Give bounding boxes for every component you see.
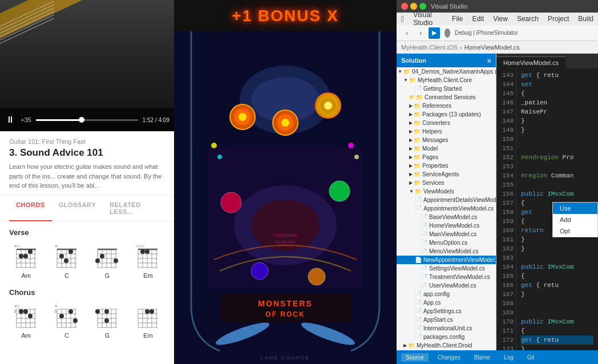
tree-label: Converters [422,120,450,126]
code-line: #region Comman [521,171,593,180]
tree-item[interactable]: 📄InternationalUnit.cs [397,324,496,333]
tree-item[interactable]: 📄NewAppointmentViewModel.cs [397,256,496,264]
bottom-tab-git[interactable]: Git [523,353,539,362]
tree-item[interactable]: 📄MenuOption.cs [397,238,496,247]
menu-project[interactable]: Project [548,15,569,23]
svg-text:LANE CHANGE: LANE CHANGE [261,355,310,361]
tree-item[interactable]: 📄AppointmentsViewModel.cs [397,204,496,213]
solution-tree: ▼ 📁 04_Demos_NativeXamarinApps (master) … [397,67,496,350]
file-icon: 📄 [421,231,427,237]
tree-item[interactable]: ▶📁MyHealth.Client.Droid [397,341,496,350]
tree-item[interactable]: 📄MainViewModel.cs [397,230,496,238]
tree-item[interactable]: 📄BaseViewModel.cs [397,213,496,221]
tree-item[interactable]: ▶📁Helpers [397,127,496,136]
tree-item[interactable]: 📄AppSettings.cs [397,307,496,316]
skip-forward-button[interactable]: +35 [21,116,31,123]
tree-item[interactable]: 📄packages.config [397,333,496,341]
lesson-subtitle: Guitar 101: First Thing Fast [9,138,165,145]
line-number: 143 [496,71,514,80]
context-menu-use[interactable]: Use [553,203,597,214]
video-progress-bar[interactable] [36,119,138,121]
svg-point-137 [217,155,222,159]
editor-tab-bar: HomeViewModel.cs [496,54,598,68]
solution-explorer-close[interactable]: × [487,56,491,65]
tree-label: Model [422,145,438,152]
menu-view[interactable]: View [493,15,508,23]
tree-item[interactable]: ▶📁ServiceAgents [397,170,496,179]
menu-build[interactable]: Build [578,15,593,23]
tree-item[interactable]: 📄HomeViewModel.cs [397,221,496,230]
apple-menu[interactable]:  [401,14,404,23]
tab-glossary[interactable]: GLOSSARY [52,196,103,221]
toolbar-forward[interactable]: › [415,27,426,39]
breadcrumb-arrow: › [460,44,462,51]
breadcrumb-file: HomeViewModel.cs [464,44,520,51]
tree-item[interactable]: 📄AppStart.cs [397,316,496,324]
chord-diagram-C: × [54,242,80,272]
line-number: 149 [496,126,514,135]
tree-item[interactable]: 📄TreatmentViewModel.cs [397,273,496,281]
maximize-button[interactable] [419,3,426,10]
tree-item[interactable]: 📄app.config [397,290,496,298]
svg-text:3: 3 [14,309,17,314]
tree-item[interactable]: 📄App.cs [397,298,496,307]
menu-visual-studio[interactable]: Visual Studio [413,11,443,27]
svg-point-40 [100,254,104,258]
line-number: 150 [496,135,514,144]
tree-item[interactable]: 📄Getting Started [397,84,496,93]
toolbar-back[interactable]: ‹ [401,27,413,39]
tree-item[interactable]: 📁📁Connected Services [397,93,496,102]
tree-item[interactable]: ▶📁References [397,102,496,110]
tree-item[interactable]: ▶📁Converters [397,119,496,127]
debug-config: Debug | iPhoneSimulator [455,30,518,36]
solution-explorer-title: Solution [401,57,426,64]
tree-label: SettingsViewModel.cs [429,265,485,272]
menu-file[interactable]: File [452,15,463,23]
context-menu-opt[interactable]: Opt [553,225,597,237]
bottom-tab-source[interactable]: Source [401,353,429,362]
tree-item[interactable]: ▶📁Packages (13 updates) [397,110,496,119]
editor-tab-homeviewmodel[interactable]: HomeViewModel.cs [496,56,565,68]
context-menu-add[interactable]: Add [553,214,597,225]
solution-arrow: ▼ [398,69,402,74]
svg-point-96 [95,309,100,314]
file-icon: 📄 [421,223,427,229]
tree-item[interactable]: ▼📁MyHealth.Client.Core [397,76,496,84]
menu-edit[interactable]: Edit [472,15,484,23]
code-line: public IMvxCom [521,189,593,199]
tree-item[interactable]: 📄SettingsViewModel.cs [397,264,496,273]
pinball-game-panel: +1 BONUS X [174,0,397,364]
bottom-tab-changes[interactable]: Changes [433,353,465,362]
bottom-tab-blame[interactable]: Blame [470,353,495,362]
tree-item[interactable]: ▶📁Model [397,144,496,153]
tab-related-lessons[interactable]: RELATED LESS... [103,196,165,221]
run-button[interactable]: ▶ [429,27,440,39]
tree-item[interactable]: ▶📁Services [397,179,496,187]
tree-item[interactable]: 📄MenuViewModel.cs [397,247,496,256]
tree-item[interactable]: ▶📁Pages [397,153,496,161]
line-numbers: 1431441451461471481491501511521531541551… [496,68,516,350]
bottom-tab-log[interactable]: Log [499,353,518,362]
tree-item[interactable]: 📄AppointmentDetailsViewModel.cs [397,196,496,204]
tree-item[interactable]: ▼📁ViewModels [397,187,496,196]
tree-item[interactable]: ▶📁Properties [397,161,496,170]
svg-point-116 [239,113,247,121]
menu-search[interactable]: Search [517,15,539,23]
file-icon: 📄 [421,240,427,246]
solution-root[interactable]: ▼ 📁 04_Demos_NativeXamarinApps (master) [397,67,496,76]
file-icon: 📁 [408,342,415,349]
chorus-chord-row: ×○ 3 Am [9,302,165,339]
pause-button[interactable]: ⏸ [5,114,16,126]
breadcrumb-project: MyHealth.Client.iOS [401,44,458,51]
minimize-button[interactable] [410,3,417,10]
tree-label: Getting Started [423,86,462,92]
chorus-chord-name-G: G [105,332,110,339]
tab-chords[interactable]: CHORDS [9,196,52,221]
tree-label: Packages (13 updates) [422,111,481,118]
lesson-info: Guitar 101: First Thing Fast 3. Sound Ad… [0,131,174,196]
file-icon: 📁 [414,163,421,169]
tree-item[interactable]: 📄UserViewModel.cs [397,281,496,290]
video-controls: ⏸ +35 1:52 / 4:09 [0,108,174,131]
tree-item[interactable]: ▶📁Messages [397,136,496,144]
close-button[interactable] [401,3,408,10]
